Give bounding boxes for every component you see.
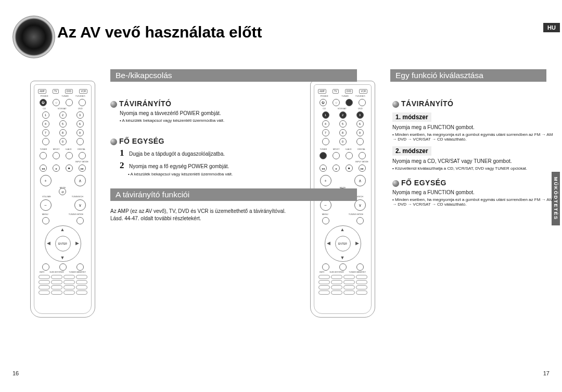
step-number: 2: [120, 161, 124, 170]
power-button: ⏻: [40, 99, 47, 106]
remote-label: INFO: [40, 271, 45, 273]
remote-btn: VCR: [359, 89, 367, 94]
remote-btn: ▸▸: [359, 165, 366, 172]
num-btn: 2: [59, 111, 67, 119]
volume-up: +: [40, 175, 52, 186]
body-text: Nyomja meg a CD, VCR/SAT vagy TUNER gomb…: [392, 158, 557, 165]
method-label: 1. módszer: [392, 112, 431, 122]
remote-btn: [79, 99, 86, 106]
language-badge: HU: [543, 23, 560, 32]
body-text: Az AMP (ez az AV vevő), TV, DVD és VCR i…: [110, 208, 357, 214]
step-number: 1: [120, 148, 124, 157]
subheading: TÁVIRÁNYÍTÓ: [119, 99, 171, 108]
tune-up: ∧: [74, 175, 86, 186]
body-text: Lásd. 44-47. oldalt további részletekért…: [110, 215, 357, 222]
remote-btn: AMP: [318, 89, 326, 94]
remote-label: TUNING/CH: [72, 195, 83, 198]
remote-btn: [40, 152, 47, 159]
enter-btn: ENTER: [335, 236, 351, 251]
remote-btn: [322, 263, 329, 271]
num-btn: 1: [42, 111, 49, 119]
speaker-icon: [12, 16, 55, 58]
note-text: • Minden esetben, ha megnyomja ezt a gom…: [392, 132, 557, 142]
tune-up: ∧: [354, 175, 366, 186]
remote-btn: ○: [53, 99, 60, 106]
remote-btn: [359, 99, 366, 106]
remote-btn: DVD: [65, 89, 73, 94]
remote-btn: ■: [66, 165, 73, 172]
page-number: 16: [12, 370, 19, 376]
num-btn: [42, 138, 49, 145]
bottom-btn-grid: [317, 275, 368, 295]
bottom-btn-grid: [37, 275, 88, 295]
remote-btn: ▸: [53, 165, 60, 172]
bullet-icon: [392, 101, 399, 108]
remote-btn: [76, 217, 84, 224]
remote-label: TUNER MEMORY: [69, 271, 86, 273]
tune-down: ∨: [74, 199, 86, 211]
remote-btn: ▸▸: [79, 165, 86, 172]
bullet-icon: [110, 138, 117, 145]
enter-btn: ENTER: [55, 236, 71, 251]
remote-btn: [356, 263, 364, 271]
mute-btn: ⊘: [59, 188, 66, 195]
remote-btn: TV: [53, 89, 59, 94]
note-text: • A készülék bekapcsol vagy készenléti ü…: [110, 172, 357, 176]
section-heading: A távirányító funkciói: [110, 188, 357, 201]
remote-btn: [79, 152, 86, 159]
remote-label: SUB WOOFER: [49, 271, 63, 273]
remote-btn: [356, 217, 364, 224]
remote-label: DVD: [78, 107, 82, 110]
method-label: 2. módszer: [392, 146, 431, 156]
remote-btn: DVD: [345, 89, 353, 94]
num-btn: [356, 138, 364, 145]
remote-btn: VCR: [79, 89, 87, 94]
remote-btn: [339, 263, 347, 271]
remote-btn: [59, 263, 67, 271]
remote-btn: [42, 217, 49, 224]
remote-label: TUNING MODE: [69, 213, 83, 216]
remote-label: SUB WOOFER: [329, 271, 343, 273]
remote-label: VOLUME: [42, 195, 51, 198]
body-text: Nyomja meg a FUNCTION gombot.: [392, 189, 557, 196]
remote-btn: [359, 152, 366, 159]
section-heading: Be-/kikapcsolás: [110, 69, 357, 82]
subheading: FŐ EGYSÉG: [401, 179, 446, 187]
bullet-icon: [110, 101, 117, 108]
num-btn: 4: [42, 120, 49, 128]
page-number: 17: [543, 370, 550, 376]
note-text: • A készülék bekapcsol vagy készenléti ü…: [110, 118, 357, 123]
note-text: • Közvetlenül kiválaszthatja a CD, VCR/S…: [392, 166, 557, 171]
remote-label: CD: [43, 107, 46, 110]
num-btn: 8: [59, 129, 67, 136]
note-text: • Minden esetben, ha megnyomja ezt a gom…: [392, 197, 557, 207]
num-btn: 6: [76, 120, 84, 128]
step-text: Nyomja meg a fő egység POWER gombját.: [129, 163, 229, 169]
volume-down: −: [40, 199, 52, 211]
remote-label: TUNER: [61, 95, 69, 97]
remote-btn: [53, 152, 60, 159]
remote-illustration-left: AMP TV DVD VCR POWER TUNER TV/VIDEO ⏻ ○ …: [30, 81, 95, 318]
remote-label: TUNER MEMORY: [349, 271, 366, 273]
remote-label: DVD: [358, 107, 362, 110]
bullet-icon: [392, 180, 399, 187]
body-text: Nyomja meg a távvezérlő POWER gombját.: [110, 110, 357, 117]
num-btn: 7: [42, 129, 49, 136]
num-btn: 3: [76, 111, 84, 119]
subheading: TÁVIRÁNYÍTÓ: [401, 99, 453, 108]
num-btn: 9: [356, 129, 364, 136]
remote-btn: [76, 263, 84, 271]
num-btn: 0: [59, 138, 67, 145]
remote-btn: ◂◂: [40, 165, 47, 172]
num-btn: 3: [356, 111, 364, 119]
body-text: Nyomja meg a FUNCTION gombot.: [392, 124, 557, 131]
remote-label: INFO: [320, 271, 325, 273]
remote-label: MENU: [42, 213, 48, 216]
page-title: Az AV vevő használata előtt: [57, 23, 262, 41]
remote-btn: AMP: [38, 89, 46, 94]
remote-label: VCR/SAT: [58, 107, 67, 110]
remote-label: TV/VIDEO: [75, 95, 85, 97]
subheading: FŐ EGYSÉG: [119, 137, 164, 145]
num-btn: 9: [76, 129, 84, 136]
num-btn: 5: [59, 120, 67, 128]
